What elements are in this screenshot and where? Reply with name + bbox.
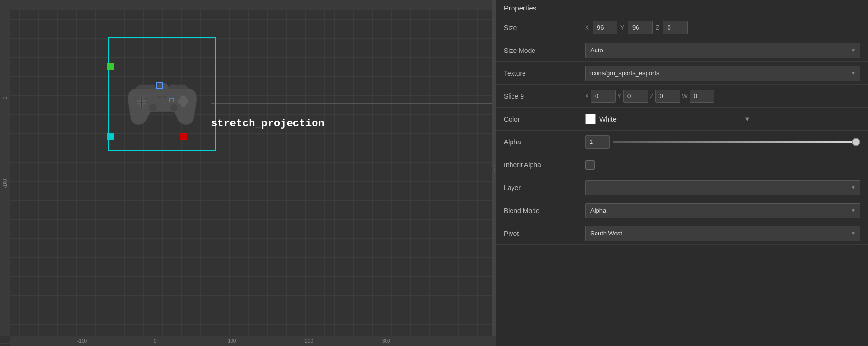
slice9-value: X Y Z W: [585, 90, 860, 103]
gamepad-container: [120, 58, 204, 142]
inherit-alpha-row: Inherit Alpha: [496, 153, 868, 176]
layer-label: Layer: [504, 184, 585, 192]
texture-select-container: icons/gm_sports_esports ▼: [585, 66, 860, 81]
slice9-w-input[interactable]: [690, 90, 714, 103]
svg-point-9: [149, 104, 157, 112]
slice9-label: Slice 9: [504, 92, 585, 100]
size-y-label: Y: [620, 24, 624, 31]
ruler-top: [0, 0, 496, 10]
ruler-bottom: -100 0 100 200 300: [10, 336, 496, 346]
alpha-value: [585, 135, 860, 149]
size-x-input[interactable]: [593, 21, 617, 34]
svg-rect-11: [158, 96, 161, 98]
ruler-left: 0 -100: [0, 0, 10, 336]
pivot-select-container: South West ▼: [585, 226, 860, 241]
blend-mode-select[interactable]: Alpha: [585, 203, 860, 218]
color-name: White: [599, 115, 617, 123]
slice9-coords: X Y Z W: [585, 90, 714, 103]
size-x-label: X: [585, 24, 589, 31]
inherit-alpha-label: Inherit Alpha: [504, 161, 585, 169]
canvas-content: stretch_projection: [10, 10, 496, 336]
alpha-slider-thumb[interactable]: [852, 138, 860, 146]
size-mode-row: Size Mode Auto ▼: [496, 39, 868, 62]
inherit-alpha-checkbox[interactable]: [585, 160, 595, 170]
slice9-x-label: X: [585, 93, 589, 100]
slice9-w-label: W: [682, 93, 687, 100]
texture-row: Texture icons/gm_sports_esports ▼: [496, 62, 868, 85]
alpha-label: Alpha: [504, 138, 585, 146]
pivot-label: Pivot: [504, 230, 585, 237]
pivot-value: South West ▼: [585, 226, 860, 241]
size-z-label: Z: [656, 24, 659, 31]
color-swatch[interactable]: [585, 114, 596, 124]
color-select-container: ▼: [742, 115, 860, 122]
slice9-row: Slice 9 X Y Z W: [496, 85, 868, 108]
size-mode-label: Size Mode: [504, 47, 585, 54]
color-value: White ▼: [585, 114, 860, 124]
layer-select[interactable]: [585, 180, 860, 195]
svg-point-10: [170, 104, 178, 112]
ruler-tick-neg100: -100: [77, 338, 87, 344]
size-mode-select[interactable]: Auto: [585, 43, 860, 58]
texture-select[interactable]: icons/gm_sports_esports: [585, 66, 860, 81]
horizontal-axis: [10, 136, 496, 136]
layer-value: ▼: [585, 180, 860, 195]
handle-top-left[interactable]: [107, 63, 114, 70]
ruler-tick-0: 0: [154, 338, 157, 344]
blend-mode-label: Blend Mode: [504, 207, 585, 214]
ruler-tick-300: 300: [382, 338, 390, 344]
handle-center[interactable]: [156, 82, 163, 89]
slice9-x-input[interactable]: [591, 90, 616, 103]
size-y-input[interactable]: [628, 21, 653, 34]
size-label: Size: [504, 24, 585, 31]
panel-splitter[interactable]: [492, 0, 496, 336]
alpha-row: Alpha: [496, 131, 868, 153]
panel-title: Properties: [496, 0, 868, 16]
pivot-row: Pivot South West ▼: [496, 222, 868, 245]
blend-mode-row: Blend Mode Alpha ▼: [496, 199, 868, 222]
layer-row: Layer ▼: [496, 176, 868, 199]
slice9-y-input[interactable]: [623, 90, 648, 103]
size-value: X Y Z: [585, 21, 860, 34]
size-row: Size X Y Z: [496, 16, 868, 39]
inherit-alpha-value: [585, 160, 860, 170]
size-mode-select-container: Auto ▼: [585, 43, 860, 58]
stretch-text: stretch_projection: [211, 118, 324, 130]
gamepad-icon: [124, 67, 200, 133]
layer-select-container: ▼: [585, 180, 860, 195]
properties-panel: Properties Size X Y Z Size Mode Auto ▼ T…: [496, 0, 868, 346]
size-mode-value: Auto ▼: [585, 43, 860, 58]
slice9-z-input[interactable]: [655, 90, 680, 103]
ruler-tick-200: 200: [305, 338, 313, 344]
color-row: Color White ▼: [496, 108, 868, 131]
svg-point-8: [180, 102, 186, 107]
texture-label: Texture: [504, 70, 585, 77]
svg-rect-12: [163, 96, 166, 98]
blend-mode-select-container: Alpha ▼: [585, 203, 860, 218]
alpha-input[interactable]: [585, 135, 610, 149]
slice9-y-label: Y: [617, 93, 621, 100]
pivot-select[interactable]: South West: [585, 226, 860, 241]
top-rectangle: [211, 13, 411, 53]
handle-bottom-right[interactable]: [180, 133, 187, 140]
canvas-area[interactable]: 0 -100: [0, 0, 496, 346]
texture-value: icons/gm_sports_esports ▼: [585, 66, 860, 81]
color-dropdown-arrow[interactable]: ▼: [744, 115, 750, 122]
slice9-z-label: Z: [650, 93, 653, 100]
color-label: Color: [504, 115, 585, 123]
size-z-input[interactable]: [663, 21, 688, 34]
alpha-slider-track[interactable]: [613, 141, 860, 143]
handle-bottom-left[interactable]: [107, 133, 114, 140]
blend-mode-value: Alpha ▼: [585, 203, 860, 218]
ruler-tick-100: 100: [228, 338, 236, 344]
